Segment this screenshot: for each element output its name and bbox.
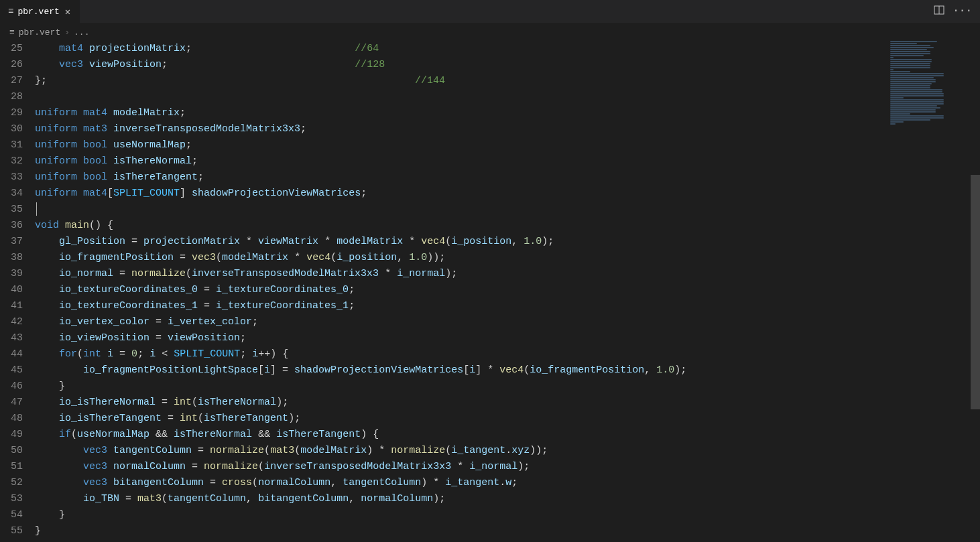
code-line[interactable]: gl_Position = projectionMatrix * viewMat… — [35, 234, 980, 250]
code-line[interactable]: mat4 projectionMatrix; //64 — [35, 41, 980, 57]
line-number: 32 — [0, 153, 23, 170]
minimap-line — [890, 111, 936, 113]
minimap-line — [890, 75, 944, 76]
code-line[interactable]: vec3 viewPosition; //128 — [35, 57, 980, 73]
code-line[interactable]: } — [35, 379, 980, 395]
code-line[interactable]: } — [35, 507, 980, 523]
minimap-line — [890, 47, 934, 48]
minimap-line — [890, 83, 932, 84]
minimap-line — [890, 57, 894, 58]
minimap-line — [890, 43, 917, 44]
minimap-line — [890, 73, 944, 74]
code-line[interactable]: } — [35, 523, 980, 539]
code-line[interactable]: io_normal = normalize(inverseTransposedM… — [35, 266, 980, 282]
minimap-line — [890, 123, 896, 125]
line-number-gutter: 2526272829303132333435363738394041424344… — [0, 41, 35, 542]
line-number: 42 — [0, 314, 23, 330]
line-number: 31 — [0, 137, 23, 153]
minimap-line — [890, 65, 930, 66]
minimap-line — [890, 59, 932, 60]
code-line[interactable]: if(useNormalMap && isThereNormal && isTh… — [35, 427, 980, 443]
code-line[interactable]: uniform mat3 inverseTransposedModelMatri… — [35, 121, 980, 137]
code-editor[interactable]: 2526272829303132333435363738394041424344… — [0, 41, 980, 542]
line-number: 55 — [0, 523, 23, 539]
line-number: 41 — [0, 298, 23, 314]
minimap-line — [890, 87, 930, 88]
line-number: 47 — [0, 395, 23, 411]
breadcrumb[interactable]: ≡ pbr.vert › ... — [0, 23, 980, 41]
line-number: 36 — [0, 218, 23, 234]
vertical-scrollbar[interactable] — [971, 41, 980, 542]
line-number: 40 — [0, 282, 23, 298]
minimap-line — [890, 55, 924, 56]
scrollbar-thumb[interactable] — [971, 175, 980, 409]
line-number: 53 — [0, 491, 23, 507]
minimap-line — [890, 77, 934, 78]
tab-active[interactable]: ≡ pbr.vert ✕ — [0, 0, 80, 23]
line-number: 27 — [0, 73, 23, 89]
code-area[interactable]: mat4 projectionMatrix; //64 vec3 viewPos… — [35, 41, 980, 542]
code-line[interactable]: io_textureCoordinates_0 = i_textureCoord… — [35, 282, 980, 298]
code-line[interactable]: io_fragmentPosition = vec3(modelMatrix *… — [35, 250, 980, 266]
code-line[interactable]: io_vertex_color = i_vertex_color; — [35, 314, 980, 330]
line-number: 51 — [0, 459, 23, 475]
code-line[interactable]: uniform bool isThereTangent; — [35, 170, 980, 186]
code-line[interactable]: io_TBN = mat3(tangentColumn, bitangentCo… — [35, 491, 980, 507]
minimap-line — [890, 81, 936, 82]
more-actions-icon[interactable]: ··· — [953, 5, 972, 19]
close-icon[interactable]: ✕ — [64, 6, 72, 17]
minimap-line — [890, 97, 904, 98]
line-number: 39 — [0, 266, 23, 282]
code-line[interactable]: vec3 tangentColumn = normalize(mat3(mode… — [35, 443, 980, 459]
minimap-line — [890, 63, 930, 64]
minimap-line — [890, 93, 944, 94]
line-number: 49 — [0, 427, 23, 443]
minimap-line — [890, 101, 944, 103]
line-number: 30 — [0, 121, 23, 137]
code-line[interactable]: vec3 normalColumn = normalize(inverseTra… — [35, 459, 980, 475]
tab-label: pbr.vert — [17, 7, 59, 17]
minimap-line — [890, 41, 937, 42]
line-number: 48 — [0, 411, 23, 427]
minimap-line — [890, 117, 944, 119]
line-number: 35 — [0, 202, 23, 218]
text-cursor — [36, 202, 37, 216]
code-line[interactable]: io_textureCoordinates_1 = i_textureCoord… — [35, 298, 980, 314]
code-line[interactable]: io_fragmentPositionLightSpace[i] = shado… — [35, 362, 980, 379]
minimap-line — [890, 79, 936, 80]
minimap-line — [890, 51, 930, 52]
code-line[interactable]: uniform mat4 modelMatrix; — [35, 105, 980, 121]
code-line[interactable] — [35, 89, 980, 105]
line-number: 50 — [0, 443, 23, 459]
editor-tabbar: ≡ pbr.vert ✕ ··· — [0, 0, 980, 23]
line-number: 33 — [0, 170, 23, 186]
line-number: 29 — [0, 105, 23, 121]
file-icon: ≡ — [8, 6, 13, 17]
code-line[interactable]: }; //144 — [35, 73, 980, 89]
code-line[interactable] — [35, 202, 980, 218]
code-line[interactable]: io_isThereNormal = int(isThereNormal); — [35, 395, 980, 411]
line-number: 43 — [0, 330, 23, 346]
minimap-line — [890, 95, 944, 96]
code-line[interactable]: uniform bool useNormalMap; — [35, 137, 980, 153]
code-line[interactable]: void main() { — [35, 218, 980, 234]
minimap-line — [890, 121, 904, 123]
split-editor-icon[interactable] — [934, 5, 944, 19]
code-line[interactable]: io_viewPosition = viewPosition; — [35, 330, 980, 346]
minimap[interactable] — [890, 41, 971, 135]
code-line[interactable]: uniform mat4[SPLIT_COUNT] shadowProjecti… — [35, 186, 980, 202]
minimap-line — [890, 103, 944, 105]
minimap-line — [890, 53, 930, 54]
minimap-line — [890, 85, 930, 86]
breadcrumb-more[interactable]: ... — [74, 27, 89, 38]
breadcrumb-file[interactable]: pbr.vert — [19, 27, 60, 38]
line-number: 37 — [0, 234, 23, 250]
code-line[interactable]: for(int i = 0; i < SPLIT_COUNT; i++) { — [35, 346, 980, 362]
code-line[interactable]: vec3 bitangentColumn = cross(normalColum… — [35, 475, 980, 491]
minimap-line — [890, 109, 936, 111]
minimap-line — [890, 71, 910, 72]
minimap-line — [890, 61, 932, 62]
code-line[interactable]: io_isThereTangent = int(isThereTangent); — [35, 411, 980, 427]
code-line[interactable]: uniform bool isThereNormal; — [35, 153, 980, 170]
minimap-line — [890, 113, 910, 115]
